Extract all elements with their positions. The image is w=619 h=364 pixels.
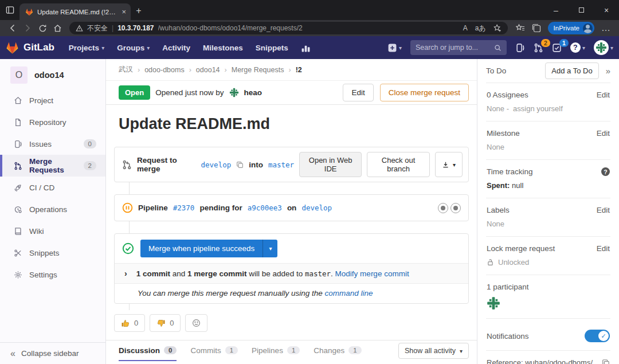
sidebar-item-operations[interactable]: Operations: [0, 198, 105, 220]
scissors-icon: [14, 249, 22, 257]
chevron-down-icon: ▾: [101, 45, 104, 51]
inprivate-badge[interactable]: InPrivate: [548, 22, 594, 34]
help-menu[interactable]: ? ▾: [570, 42, 585, 53]
activity-filter-button[interactable]: Show all activity▾: [398, 343, 469, 359]
breadcrumb-section[interactable]: Merge Requests: [232, 66, 284, 74]
sidebar-item-cicd[interactable]: CI / CD: [0, 177, 105, 198]
maximize-button[interactable]: [569, 0, 594, 20]
browser-menu-icon[interactable]: …: [601, 23, 610, 33]
edit-button[interactable]: Edit: [343, 84, 373, 101]
participant-avatar[interactable]: [487, 296, 500, 310]
merge-requests-nav-icon[interactable]: 2: [534, 43, 543, 53]
breadcrumb-project[interactable]: odoo14: [196, 66, 220, 74]
lock-edit-link[interactable]: Edit: [597, 244, 610, 253]
merge-options-caret[interactable]: ▾: [263, 240, 277, 257]
nav-activity[interactable]: Activity: [162, 44, 190, 52]
search-input[interactable]: [416, 44, 491, 52]
sidebar-item-settings[interactable]: Settings: [0, 264, 105, 285]
sidebar-item-repository[interactable]: Repository: [0, 111, 105, 133]
translate-icon[interactable]: aあ: [475, 24, 486, 33]
minimize-button[interactable]: –: [543, 0, 569, 20]
pipeline-number-link[interactable]: #2370: [173, 203, 195, 212]
sidebar-item-merge-requests[interactable]: Merge Requests 2: [0, 155, 105, 177]
breadcrumb-subgroup[interactable]: odoo-dboms: [144, 66, 185, 74]
source-branch-link[interactable]: develop: [201, 161, 232, 169]
home-icon[interactable]: [50, 21, 65, 35]
sidebar-item-issues[interactable]: Issues 0: [0, 133, 105, 155]
participants-section: 1 participant: [486, 275, 610, 319]
browser-tab[interactable]: Update README.md (!2) · Merge ×: [19, 3, 131, 20]
copy-reference-icon[interactable]: [602, 359, 610, 364]
collapse-right-sidebar-icon[interactable]: »: [606, 66, 610, 76]
global-search[interactable]: [410, 40, 507, 55]
reference-section: Reference: wuhan/odoo-dboms/...: [486, 351, 610, 364]
close-merge-request-button[interactable]: Close merge request: [380, 84, 469, 101]
copy-branch-icon[interactable]: [236, 161, 244, 169]
expand-commits-icon[interactable]: ›: [124, 269, 127, 278]
read-aloud-icon[interactable]: A: [463, 24, 468, 32]
warning-icon: [76, 25, 83, 32]
commit-sha-link[interactable]: a9c00ee3: [248, 203, 282, 212]
breadcrumb-group[interactable]: 武汉: [119, 65, 133, 75]
target-branch-link[interactable]: master: [268, 161, 294, 169]
todos-nav-icon[interactable]: 1: [552, 43, 562, 53]
gitlab-logo[interactable]: GitLab: [6, 41, 54, 54]
address-bar[interactable]: 不安全 | 10.3.70.187 /wuhan/odoo-dboms/odoo…: [69, 22, 508, 34]
nav-groups[interactable]: Groups▾: [117, 44, 150, 52]
sidebar-item-project[interactable]: Project: [0, 89, 105, 111]
award-emoji-row: 0 0: [106, 314, 477, 332]
back-icon[interactable]: [5, 21, 20, 35]
nav-milestones[interactable]: Milestones: [203, 44, 243, 52]
tab-pipelines[interactable]: Pipelines1: [252, 340, 300, 361]
tab-changes[interactable]: Changes1: [314, 340, 361, 361]
user-menu[interactable]: ▾: [594, 40, 613, 55]
author-name[interactable]: heao: [244, 88, 263, 97]
milestone-edit-link[interactable]: Edit: [597, 129, 610, 138]
tab-close-icon[interactable]: ×: [122, 7, 126, 16]
tab-discussion[interactable]: Discussion0: [119, 340, 177, 361]
thumbs-up-icon: [121, 319, 130, 328]
sidebar-item-snippets[interactable]: Snippets: [0, 242, 105, 264]
labels-section: Labels Edit None: [486, 198, 610, 237]
book-icon: [14, 227, 22, 236]
nav-projects[interactable]: Projects▾: [69, 44, 104, 52]
add-emoji-button[interactable]: [185, 314, 207, 332]
pipeline-stage-icon[interactable]: [450, 203, 461, 213]
command-line-link[interactable]: command line: [324, 289, 373, 298]
download-dropdown-button[interactable]: ▾: [435, 152, 463, 177]
open-web-ide-button[interactable]: Open in Web IDE: [299, 152, 362, 177]
pipeline-mini-graph: [438, 203, 461, 213]
time-tracking-help-icon[interactable]: ?: [601, 167, 610, 176]
user-avatar: [594, 40, 609, 55]
author-avatar[interactable]: [229, 88, 239, 97]
workspaces-icon[interactable]: [0, 0, 19, 20]
labels-edit-link[interactable]: Edit: [597, 206, 610, 214]
sidebar-item-wiki[interactable]: Wiki: [0, 220, 105, 242]
new-menu-button[interactable]: ▾: [387, 43, 402, 53]
chart-icon[interactable]: [301, 43, 311, 53]
rocket-icon: [14, 183, 22, 192]
tab-commits[interactable]: Commits1: [190, 340, 238, 361]
favorites-icon[interactable]: [516, 24, 525, 33]
merge-when-pipeline-succeeds-button[interactable]: Merge when pipeline succeeds: [140, 240, 263, 257]
issues-nav-icon[interactable]: [515, 43, 525, 53]
pipeline-stage-icon[interactable]: [438, 203, 448, 213]
thumbs-down-button[interactable]: 0: [150, 314, 181, 332]
modify-merge-commit-link[interactable]: Modify merge commit: [335, 269, 409, 278]
thumbs-up-button[interactable]: 0: [114, 314, 145, 332]
collapse-sidebar-button[interactable]: « Collapse sidebar: [0, 342, 105, 364]
project-context[interactable]: O odoo14: [0, 59, 105, 89]
pipeline-branch-link[interactable]: develop: [301, 203, 332, 212]
nav-snippets[interactable]: Snippets: [256, 44, 288, 52]
forward-icon[interactable]: [20, 21, 35, 35]
add-todo-button[interactable]: Add a To Do: [545, 62, 598, 79]
new-tab-button[interactable]: +: [131, 3, 147, 19]
refresh-icon[interactable]: [35, 21, 50, 35]
assignees-edit-link[interactable]: Edit: [597, 91, 610, 99]
checkout-branch-button[interactable]: Check out branch: [367, 152, 430, 177]
close-window-button[interactable]: ×: [594, 0, 619, 20]
collections-icon[interactable]: [532, 24, 541, 33]
add-favorite-icon[interactable]: [493, 24, 502, 32]
notifications-toggle[interactable]: ✓: [585, 330, 610, 342]
assign-yourself-link[interactable]: assign yourself: [513, 104, 563, 113]
